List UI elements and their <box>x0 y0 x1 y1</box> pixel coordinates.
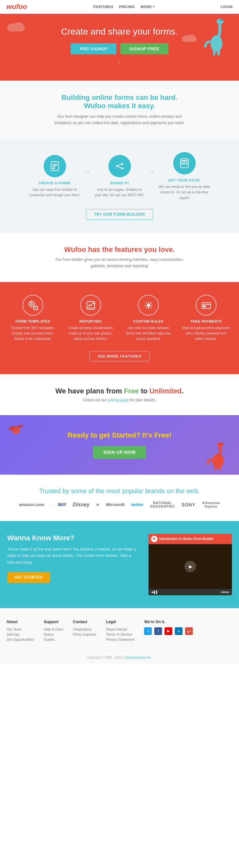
step-create-title: CREATE A FORM! <box>29 181 81 185</box>
copyright-text: Copyright © 2006 - 2015 | <box>87 656 125 659</box>
bird-decoration <box>6 422 26 438</box>
googleplus-social-icon[interactable]: g+ <box>185 627 193 635</box>
dino-decoration <box>204 17 229 56</box>
features-row: FORM TEMPLATES Choose from 300+ template… <box>6 295 233 341</box>
svg-rect-24 <box>182 162 187 164</box>
nav-more[interactable]: MORE ▾ <box>141 5 155 9</box>
feature-templates-title: FORM TEMPLATES <box>9 319 57 323</box>
see-more-features-button[interactable]: SEE MORE FEATURES <box>89 351 150 361</box>
footer-col-contact: Contact Integrations Press Inquiries <box>73 620 96 643</box>
linkedin-social-icon[interactable]: in <box>175 627 183 635</box>
brand-microsoft: Microsoft <box>106 502 125 507</box>
nav-features[interactable]: FEATURES <box>94 5 113 9</box>
video-get-started-button[interactable]: GET STARTED <box>7 572 50 583</box>
footer-jobs[interactable]: Job Opportunities <box>6 638 34 642</box>
svg-rect-8 <box>217 50 220 55</box>
footer-col-legal: Legal Report Abuse Terms of Service Priv… <box>106 620 134 643</box>
video-body: You've made it all the way down here! Yo… <box>7 546 139 565</box>
plans-section: We have plans from Free to Unlimited. Ch… <box>0 374 239 415</box>
reporting-icon <box>80 295 101 316</box>
footer-press[interactable]: Press Inquiries <box>73 632 96 636</box>
facebook-social-icon[interactable]: f <box>154 627 162 635</box>
footer-social-heading: We're On it. <box>144 620 193 624</box>
feature-rules-title: CUSTOM RULES <box>125 319 172 323</box>
svg-line-44 <box>150 303 152 304</box>
features-intro-body: Our form builder gives you an award-winn… <box>55 256 184 270</box>
footer-sitemap[interactable]: Sitemap <box>6 632 34 636</box>
video-thumb-header: W Introduction to Wufoo Form Builder <box>149 534 232 544</box>
cloud-decoration-right <box>181 33 197 43</box>
svg-rect-48 <box>203 306 206 307</box>
svg-point-5 <box>187 35 196 40</box>
surveymonkey-link[interactable]: SurveyMonkey Inc. <box>125 656 152 659</box>
try-form-builder-button[interactable]: TRY OUR FORM BUILDER <box>86 209 153 220</box>
footer-terms[interactable]: Terms of Service <box>106 632 134 636</box>
step-create: CREATE A FORM! Use our easy form builder… <box>29 155 81 198</box>
custom-rules-icon <box>138 295 159 316</box>
video-thumbnail[interactable]: W Introduction to Wufoo Form Builder ◀ ▌… <box>149 534 232 595</box>
nav-pricing[interactable]: PRICING <box>119 5 135 9</box>
hero-buttons: PRO SIGNUP SIGNUP FREE <box>6 43 233 54</box>
features-intro-heading: Wufoo has the features you love. <box>6 246 233 254</box>
video-body-area[interactable] <box>149 544 232 589</box>
trusted-heading-pre: Trusted by some of the most <box>39 488 122 495</box>
step-share: SHARE IT! Link to our pages. Embed on yo… <box>94 155 145 198</box>
svg-line-45 <box>145 307 147 308</box>
footer-col-support: Support Help & Docs Status Guides <box>44 620 63 643</box>
footer-about-heading: About <box>6 620 34 624</box>
cloud-decoration-left <box>6 20 26 32</box>
vimeo-logo: vimeo <box>221 590 229 594</box>
pro-signup-button[interactable]: PRO SIGNUP <box>71 43 116 54</box>
svg-rect-11 <box>51 162 59 170</box>
features-cta: SEE MORE FEATURES <box>6 351 233 361</box>
footer-contact-heading: Contact <box>73 620 96 624</box>
features-intro-section: Wufoo has the features you love. Our for… <box>0 233 239 282</box>
site-logo[interactable]: wufoo <box>6 3 27 11</box>
features-intro-heading-rest: you love. <box>142 246 175 253</box>
footer-privacy[interactable]: Privacy Statement <box>106 638 134 642</box>
pricing-page-link[interactable]: pricing page <box>108 398 129 402</box>
svg-point-10 <box>221 20 222 21</box>
feature-payments: TAKE PAYMENTS Start accepting online pay… <box>182 295 230 341</box>
twitter-social-icon[interactable]: 𝕏 <box>144 627 152 635</box>
footer-status[interactable]: Status <box>44 632 63 636</box>
footer-report-abuse[interactable]: Report Abuse <box>106 627 134 631</box>
cta-dino-decoration <box>207 442 229 471</box>
youtube-social-icon[interactable]: ▶ <box>165 627 172 635</box>
svg-point-6 <box>211 35 223 52</box>
svg-rect-7 <box>213 50 215 55</box>
form-templates-icon <box>23 295 43 316</box>
wufoo-video-logo: W <box>151 536 158 542</box>
footer-help[interactable]: Help & Docs <box>44 627 63 631</box>
footer-integrations[interactable]: Integrations <box>73 627 96 631</box>
intro-body: Our form designer can help you create co… <box>52 113 187 126</box>
play-button[interactable] <box>184 561 196 572</box>
step-share-title: SHARE IT! <box>94 181 145 185</box>
navigation: wufoo FEATURES PRICING MORE ▾ LOGIN <box>0 0 239 14</box>
svg-point-2 <box>14 22 24 29</box>
svg-rect-52 <box>215 466 217 470</box>
footer: About Our Team Sitemap Job Opportunities… <box>0 608 239 664</box>
brand-natgeo: NATIONALGEOGRAPHIC <box>150 501 175 508</box>
nav-more-link[interactable]: MORE <box>141 5 152 9</box>
footer-guides[interactable]: Guides <box>44 638 63 642</box>
video-inner: Wanna Know More? You've made it all the … <box>7 534 232 595</box>
free-signup-button[interactable]: SIGNUP FREE <box>120 43 168 54</box>
footer-support-heading: Support <box>44 620 63 624</box>
sign-up-now-button[interactable]: SIGN UP NOW <box>93 446 146 459</box>
brand-buy: BUY <box>58 502 66 507</box>
brands-list: amazon.com | BUY Disney ● Microsoft twit… <box>6 501 233 508</box>
cta-banner-heading: Ready to get Started? It's Free! <box>6 431 233 439</box>
features-intro-heading-pre: Wufoo has the <box>64 246 114 253</box>
feature-payments-title: TAKE PAYMENTS <box>182 319 230 323</box>
login-link[interactable]: LOGIN <box>221 5 233 9</box>
svg-point-19 <box>121 167 123 169</box>
svg-point-54 <box>217 442 223 447</box>
svg-rect-46 <box>202 303 210 309</box>
svg-line-42 <box>145 303 147 304</box>
footer-our-team[interactable]: Our Team <box>6 627 34 631</box>
video-footer: ◀ ▌▌ vimeo <box>149 589 232 595</box>
brand-circle: ● <box>96 501 100 508</box>
plans-heading-pre: We have plans from <box>55 387 124 395</box>
svg-rect-53 <box>219 466 221 470</box>
